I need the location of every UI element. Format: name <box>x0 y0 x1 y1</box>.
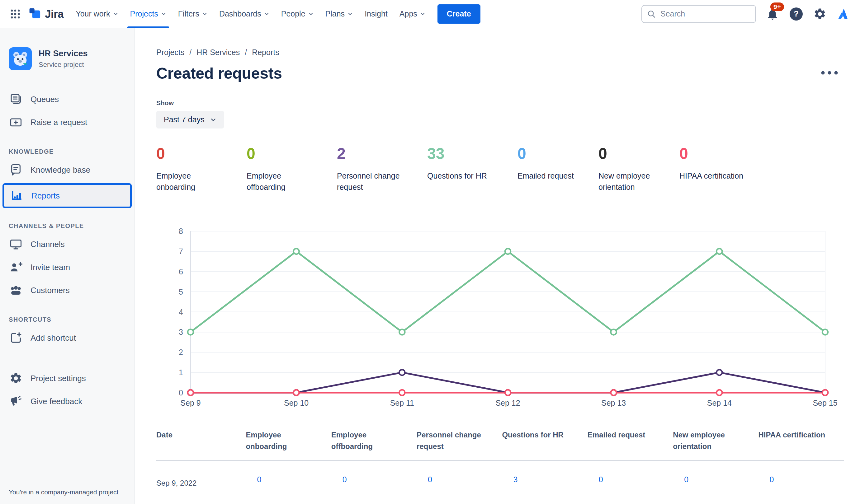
nav-item-insight[interactable]: Insight <box>359 0 393 28</box>
request-count-link[interactable]: 0 <box>599 475 603 484</box>
sidebar-divider <box>0 359 134 359</box>
create-button[interactable]: Create <box>438 4 481 24</box>
project-settings-gear-icon <box>9 372 23 385</box>
sidebar-item-knowledge-base[interactable]: Knowledge base <box>3 158 131 181</box>
data-point-marker[interactable] <box>822 329 828 335</box>
request-count-link[interactable]: 0 <box>770 475 774 484</box>
data-point-marker[interactable] <box>399 370 405 375</box>
help-button[interactable]: ? <box>789 7 803 21</box>
nav-item-projects[interactable]: Projects <box>124 0 172 28</box>
data-point-marker[interactable] <box>611 329 617 335</box>
column-header-hipaa-certification: HIPAA certification <box>759 429 844 460</box>
sidebar-item-label: Queues <box>30 94 59 104</box>
stat-label: New employee orientation <box>599 170 665 193</box>
request-count-link[interactable]: 0 <box>343 475 347 484</box>
created-requests-table: DateEmployee onboardingEmployee offboard… <box>156 429 844 504</box>
row-date: Sep 10, 2022 <box>156 497 246 504</box>
atlassian-account-button[interactable] <box>836 7 851 21</box>
main-content: Projects / HR Services / Reports Created… <box>134 28 860 504</box>
more-actions-button[interactable] <box>816 68 844 79</box>
sidebar-item-add-shortcut[interactable]: Add shortcut <box>3 326 131 350</box>
request-count-link[interactable]: 0 <box>428 475 432 484</box>
y-tick-label: 3 <box>179 328 183 336</box>
sidebar-item-invite-team[interactable]: Invite team <box>3 256 131 279</box>
nav-item-people[interactable]: People <box>275 0 319 28</box>
nav-item-dashboards[interactable]: Dashboards <box>213 0 275 28</box>
column-header-personnel-change-request: Personnel change request <box>417 429 502 460</box>
breadcrumb-reports[interactable]: Reports <box>252 48 279 57</box>
request-type-stats: 0Employee onboarding0Employee offboardin… <box>156 146 844 193</box>
row-value-cell: 0 <box>246 497 331 504</box>
jira-logo[interactable]: Jira <box>28 7 63 21</box>
page-title: Created requests <box>156 64 282 83</box>
y-tick-label: 2 <box>179 348 183 357</box>
data-point-marker[interactable] <box>716 370 722 375</box>
row-value-cell: 0 <box>673 460 758 497</box>
notifications-button[interactable]: 9+ <box>765 7 780 21</box>
request-count-link[interactable]: 3 <box>513 475 517 484</box>
x-tick-label: Sep 13 <box>601 399 626 407</box>
nav-item-apps[interactable]: Apps <box>393 0 431 28</box>
breadcrumb-projects[interactable]: Projects <box>156 48 184 57</box>
stat-value: 0 <box>517 146 599 162</box>
settings-button[interactable] <box>813 7 827 21</box>
nav-item-your-work[interactable]: Your work <box>70 0 124 28</box>
data-point-marker[interactable] <box>505 390 511 396</box>
knowledge-base-icon <box>9 163 23 177</box>
sidebar-menu: Queues Raise a request KNOWLEDGE Knowled… <box>0 88 134 413</box>
line-chart: 012345678Sep 9Sep 10Sep 11Sep 12Sep 13Se… <box>156 224 844 414</box>
invite-team-icon <box>9 261 23 274</box>
row-date: Sep 9, 2022 <box>156 460 246 497</box>
nav-item-filters[interactable]: Filters <box>172 0 213 28</box>
nav-item-label: Apps <box>400 9 417 18</box>
row-value-cell: 0 <box>588 460 673 497</box>
sidebar-item-channels[interactable]: Channels <box>3 233 131 256</box>
sidebar-item-customers[interactable]: Customers <box>3 279 131 302</box>
data-point-marker[interactable] <box>293 390 299 396</box>
y-tick-label: 7 <box>179 247 183 256</box>
sidebar-item-label: Reports <box>31 191 60 201</box>
title-row: Created requests <box>156 64 844 83</box>
table-row: Sep 9, 20220003000 <box>156 460 844 497</box>
table-row: Sep 10, 20220007000 <box>156 497 844 504</box>
y-tick-label: 5 <box>179 287 183 296</box>
data-point-marker[interactable] <box>716 390 722 396</box>
row-value-cell: 0 <box>759 497 844 504</box>
notification-badge: 9+ <box>770 2 784 11</box>
data-point-marker[interactable] <box>611 390 617 396</box>
y-tick-label: 0 <box>179 388 183 397</box>
data-point-marker[interactable] <box>188 390 194 396</box>
sidebar-item-reports[interactable]: Reports <box>2 183 132 208</box>
nav-item-plans[interactable]: Plans <box>319 0 359 28</box>
data-point-marker[interactable] <box>716 249 722 254</box>
data-point-marker[interactable] <box>399 329 405 335</box>
app-switcher-icon[interactable] <box>9 8 21 20</box>
y-tick-label: 1 <box>179 368 183 377</box>
row-value-cell: 0 <box>417 460 502 497</box>
data-point-marker[interactable] <box>822 390 828 396</box>
search-input[interactable] <box>660 9 750 19</box>
data-point-marker[interactable] <box>293 249 299 254</box>
data-point-marker[interactable] <box>188 329 194 335</box>
sidebar-item-queues[interactable]: Queues <box>3 88 131 111</box>
x-tick-label: Sep 10 <box>284 399 309 407</box>
breadcrumb-hr-services[interactable]: HR Services <box>197 48 240 57</box>
sidebar-item-project-settings[interactable]: Project settings <box>3 367 131 390</box>
stat-employee-offboarding: 0Employee offboarding <box>247 146 337 193</box>
data-point-marker[interactable] <box>399 390 405 396</box>
data-point-marker[interactable] <box>505 249 511 254</box>
channels-icon <box>9 237 23 251</box>
sidebar-item-label: Knowledge base <box>30 165 90 175</box>
row-value-cell: 0 <box>331 460 417 497</box>
request-count-link[interactable]: 0 <box>684 475 688 484</box>
sidebar-item-raise-a-request[interactable]: Raise a request <box>3 111 131 134</box>
nav-item-label: Your work <box>76 9 110 18</box>
sidebar-item-label: Channels <box>30 240 65 249</box>
sidebar-item-give-feedback[interactable]: Give feedback <box>3 390 131 413</box>
date-range-dropdown[interactable]: Past 7 days <box>156 111 224 129</box>
breadcrumb-separator: / <box>245 48 247 57</box>
request-count-link[interactable]: 0 <box>257 475 261 484</box>
search-box[interactable] <box>642 5 756 23</box>
stat-value: 0 <box>599 146 679 162</box>
chevron-down-icon <box>264 11 269 16</box>
